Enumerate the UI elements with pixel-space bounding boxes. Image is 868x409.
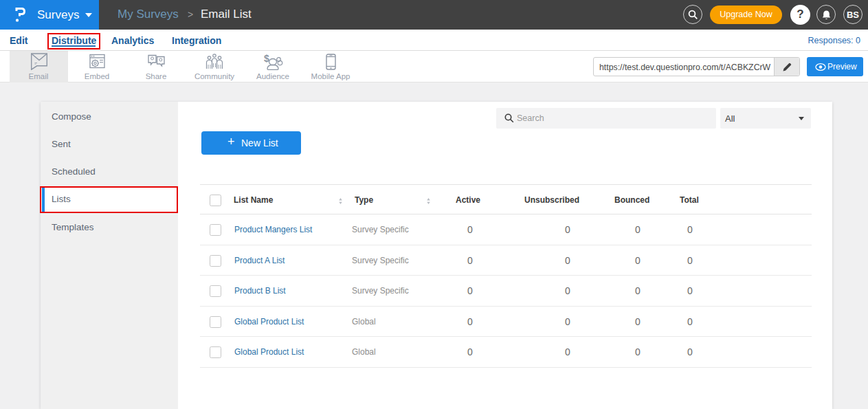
- svg-text:$: $: [264, 54, 269, 64]
